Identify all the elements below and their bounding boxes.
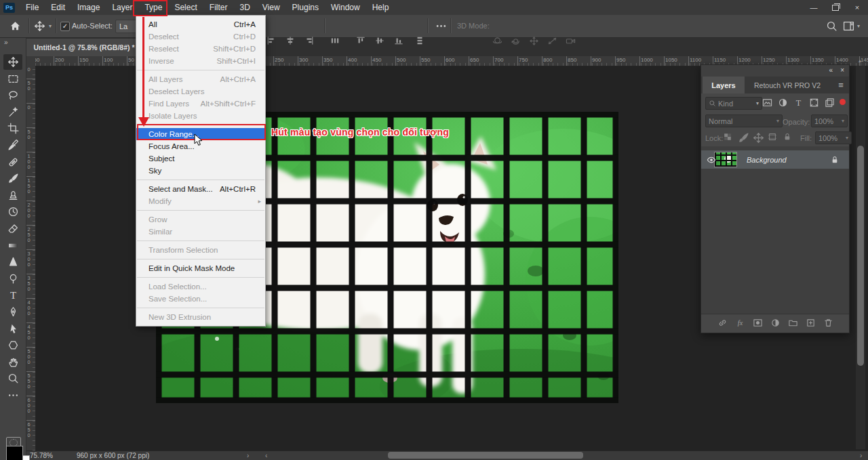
tool-zoom[interactable] [3, 371, 22, 386]
menu-item-reselect[interactable]: ReselectShift+Ctrl+D [136, 43, 265, 55]
menu-item-save-selection[interactable]: Save Selection... [136, 293, 265, 305]
menubar-item-3d[interactable]: 3D [233, 1, 256, 14]
align-horizontal-centers-icon[interactable] [285, 36, 295, 47]
tool-brush[interactable] [3, 171, 22, 186]
align-right-edges-icon[interactable] [304, 36, 314, 47]
distribute-vertical-icon[interactable] [415, 36, 425, 47]
tool-move[interactable] [3, 54, 22, 70]
panel-close-icon[interactable]: × [840, 66, 844, 74]
more-options-button[interactable] [435, 20, 447, 32]
adjustment-layer-filter-icon[interactable] [778, 98, 788, 109]
align-left-edges-icon[interactable] [267, 36, 276, 47]
tool-clone-stamp[interactable] [3, 188, 22, 203]
tool-hand[interactable] [3, 354, 22, 370]
align-bottom-edges-icon[interactable] [394, 36, 403, 47]
smart-object-filter-icon[interactable] [825, 98, 835, 109]
distribute-horizontal-icon[interactable] [330, 36, 340, 47]
ruler-left[interactable]: 1005005010015020025030035040045050055060… [26, 66, 36, 451]
menubar-item-window[interactable]: Window [325, 1, 366, 14]
align-vertical-centers-icon[interactable] [375, 36, 384, 47]
menu-item-inverse[interactable]: InverseShift+Ctrl+I [136, 55, 265, 67]
tool-gradient[interactable] [3, 238, 22, 253]
menu-item-isolate-layers[interactable]: Isolate Layers [136, 110, 265, 122]
shape-layer-filter-icon[interactable] [809, 98, 819, 109]
layer-thumbnail[interactable] [714, 152, 737, 167]
zoom-level-field[interactable]: 75.78% [30, 452, 53, 459]
3d-pan-icon[interactable] [529, 36, 539, 47]
layer-filter-kind-dropdown[interactable]: Kind ▾ [705, 97, 762, 110]
horizontal-scrollbar-thumb[interactable] [388, 452, 583, 459]
tool-rect-marquee[interactable] [3, 71, 22, 87]
visibility-eye-icon[interactable] [707, 155, 716, 166]
3d-slide-icon[interactable] [547, 36, 557, 47]
link-layers-icon[interactable] [717, 318, 728, 329]
3d-roll-icon[interactable] [511, 36, 521, 47]
restore-button[interactable] [825, 0, 846, 15]
lock-pixels-icon[interactable] [738, 132, 749, 145]
menu-item-modify[interactable]: Modify▸ [136, 195, 265, 207]
menu-item-sky[interactable]: Sky [136, 165, 265, 177]
delete-layer-icon[interactable] [823, 318, 833, 329]
menubar-item-edit[interactable]: Edit [45, 1, 71, 14]
tool-dodge[interactable] [3, 271, 22, 287]
menubar-item-plugins[interactable]: Plugins [286, 1, 325, 14]
tool-more-tools[interactable] [3, 388, 22, 403]
3d-camera-icon[interactable] [566, 36, 576, 47]
tool-eyedropper[interactable] [3, 138, 22, 153]
vertical-scrollbar[interactable] [856, 66, 865, 449]
tab-retouch-vr-pro-v2[interactable]: Retouch VR PRO V2 [746, 77, 829, 93]
menu-item-deselect-layers[interactable]: Deselect Layers [136, 85, 265, 98]
menubar-item-file[interactable]: File [20, 1, 45, 14]
close-button[interactable]: × [846, 0, 868, 15]
layer-row-background[interactable]: Background [701, 150, 849, 169]
tool-quick-selection[interactable] [3, 104, 22, 120]
layer-mask-icon[interactable] [753, 318, 763, 329]
layer-lock-icon[interactable] [830, 155, 840, 165]
status-prev-chevron[interactable]: ‹ [265, 452, 267, 459]
menubar-item-filter[interactable]: Filter [203, 1, 234, 14]
menu-item-similar[interactable]: Similar [136, 226, 265, 238]
type-layer-filter-icon[interactable]: T [793, 98, 804, 109]
blend-mode-dropdown[interactable]: Normal ▾ [705, 114, 783, 127]
auto-select-checkbox[interactable]: ✓ [60, 22, 70, 31]
menu-item-grow[interactable]: Grow [136, 213, 265, 226]
new-layer-icon[interactable] [806, 318, 816, 329]
3d-orbit-icon[interactable] [492, 36, 502, 47]
workspace-chevron[interactable]: ▾ [857, 23, 860, 29]
fill-field[interactable]: 100% ▾ [815, 131, 852, 144]
layer-effects-icon[interactable]: fx [735, 318, 745, 329]
filter-toggle-light[interactable] [840, 99, 846, 105]
menu-item-new-3d-extrusion[interactable]: New 3D Extrusion [136, 311, 265, 323]
ruler-origin-corner[interactable] [26, 56, 36, 66]
menu-item-find-layers[interactable]: Find LayersAlt+Shift+Ctrl+F [136, 98, 265, 110]
vscroll-up-arrow[interactable]: ▴ [859, 58, 861, 64]
menu-item-all[interactable]: AllCtrl+A [136, 18, 265, 30]
tool-preset-chevron[interactable]: ▾ [49, 23, 52, 29]
menu-item-deselect[interactable]: DeselectCtrl+D [136, 30, 265, 43]
workspace-switcher-icon[interactable] [843, 20, 854, 32]
foreground-color-swatch[interactable] [6, 446, 23, 460]
home-button[interactable] [9, 20, 21, 32]
menu-item-all-layers[interactable]: All LayersAlt+Ctrl+A [136, 73, 265, 85]
tool-lasso[interactable] [3, 87, 22, 103]
menubar-item-image[interactable]: Image [71, 1, 106, 14]
tool-path-selection[interactable] [3, 321, 22, 337]
opacity-field[interactable]: 100% ▾ [811, 114, 848, 127]
lock-all-icon[interactable] [783, 132, 792, 143]
align-top-edges-icon[interactable] [356, 36, 366, 47]
status-next-chevron[interactable]: › [247, 452, 249, 459]
tab-layers[interactable]: Layers [703, 77, 745, 93]
panel-collapse-icon[interactable]: « [829, 66, 833, 74]
pixel-layer-filter-icon[interactable] [762, 98, 772, 109]
menubar-item-help[interactable]: Help [366, 1, 395, 14]
tool-sharpen[interactable] [3, 254, 22, 270]
hscroll-right-arrow[interactable]: › [860, 452, 862, 459]
panel-menu-icon[interactable]: ≡ [834, 77, 848, 93]
lock-artboard-icon[interactable] [768, 132, 777, 143]
search-icon[interactable] [826, 20, 837, 32]
menu-item-subject[interactable]: Subject [136, 152, 265, 165]
tool-spot-healing[interactable] [3, 154, 22, 170]
vertical-scrollbar-thumb[interactable] [857, 146, 864, 366]
document-tab[interactable]: Untitled-1 @ 75.8% (RGB/8#) * [26, 39, 142, 56]
document-info[interactable]: 960 px x 600 px (72 ppi) [77, 452, 149, 459]
